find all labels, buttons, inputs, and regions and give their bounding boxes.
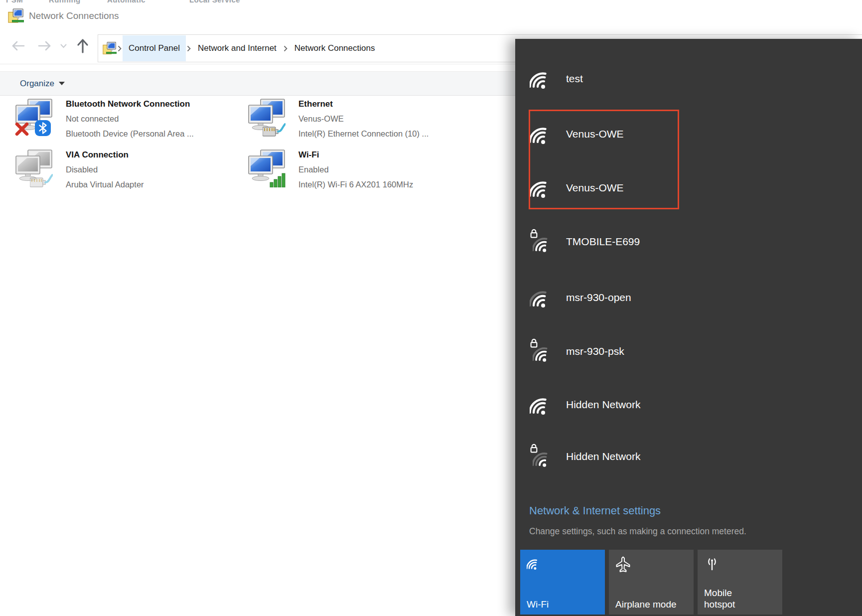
connection-status: Venus-OWE (298, 114, 429, 123)
connection-device: Intel(R) Ethernet Connection (10) ... (298, 129, 429, 138)
network-name: test (566, 73, 583, 85)
wifi-signal-full-icon (529, 174, 554, 201)
connection-item-via[interactable]: VIA Connection Disabled Aruba Virtual Ad… (15, 150, 144, 189)
network-name: TMOBILE-E699 (566, 236, 640, 248)
quick-action-tiles: Wi-Fi Airplane mode Mobile hotspot (520, 550, 782, 615)
wifi-network-flyout: test Venus-OWE Venus-OWE TMOBILE-E699 ms… (515, 39, 862, 616)
wifi-icon (527, 556, 542, 571)
recent-locations-dropdown[interactable] (57, 37, 69, 55)
tile-label: Wi-Fi (527, 599, 549, 611)
network-name: Venus-OWE (566, 128, 624, 140)
disabled-adapter-icon (15, 150, 53, 187)
network-row-msr-930-psk[interactable]: msr-930-psk (515, 338, 808, 364)
wifi-signal-full-icon (529, 65, 554, 92)
connection-status: Disabled (66, 165, 144, 174)
wifi-secured-weak-icon (529, 443, 554, 470)
bluetooth-adapter-icon (15, 99, 53, 137)
organize-label: Organize (20, 79, 54, 89)
network-row-msr-930-open[interactable]: msr-930-open (515, 285, 808, 310)
back-button[interactable] (9, 37, 27, 55)
connection-device: Aruba Virtual Adapter (66, 180, 144, 189)
network-row-tmobile-e699[interactable]: TMOBILE-E699 (515, 229, 808, 255)
organize-button[interactable]: Organize (17, 77, 68, 91)
settings-hint-text: Change settings, such as making a connec… (529, 526, 746, 537)
desktop-screenshot: r SM Running Automatic Local Service Net… (0, 0, 862, 616)
chevron-down-icon (60, 44, 67, 48)
network-name: Hidden Network (566, 399, 640, 411)
breadcrumb-separator-icon (186, 45, 192, 52)
up-button[interactable] (74, 37, 92, 55)
network-internet-settings-link[interactable]: Network & Internet settings (529, 504, 661, 517)
network-row-venus-owe-2[interactable]: Venus-OWE (515, 175, 808, 201)
airplane-mode-tile[interactable]: Airplane mode (609, 550, 694, 615)
network-row-test[interactable]: test (515, 66, 808, 92)
network-name: Hidden Network (566, 451, 640, 462)
tile-label: Airplane mode (615, 599, 677, 611)
connection-device: Bluetooth Device (Personal Area ... (66, 129, 194, 138)
connection-device: Intel(R) Wi-Fi 6 AX201 160MHz (298, 180, 413, 189)
up-arrow-icon (76, 38, 89, 53)
wifi-signal-medium-icon (529, 284, 554, 311)
network-row-venus-owe-1[interactable]: Venus-OWE (515, 121, 808, 147)
connection-status: Enabled (298, 165, 413, 174)
window-title: Network Connections (29, 10, 119, 21)
connection-status: Not connected (66, 114, 194, 123)
connection-name: Wi-Fi (298, 151, 413, 159)
address-location-icon (103, 41, 117, 56)
tile-label: Mobile hotspot (704, 587, 754, 611)
back-arrow-icon (10, 40, 25, 52)
network-connections-icon (8, 7, 24, 24)
clipped-text-fragment: r SM (6, 0, 23, 4)
forward-arrow-icon (37, 40, 52, 52)
breadcrumb-network-connections[interactable]: Network Connections (288, 35, 381, 61)
network-name: msr-930-open (566, 292, 631, 304)
caret-down-icon (59, 82, 65, 86)
network-row-hidden-network-1[interactable]: Hidden Network (515, 392, 808, 418)
network-name: Venus-OWE (566, 182, 624, 194)
wifi-signal-full-icon (529, 121, 554, 148)
airplane-icon (615, 556, 631, 572)
network-name: msr-930-psk (566, 345, 624, 357)
breadcrumb-control-panel[interactable]: Control Panel (123, 35, 186, 61)
breadcrumb-network-and-internet[interactable]: Network and Internet (192, 35, 283, 61)
wifi-secured-medium-icon (529, 228, 554, 255)
clipped-text-fragment: Running (49, 0, 81, 4)
breadcrumb-separator-icon (117, 45, 123, 52)
wifi-adapter-icon (248, 150, 286, 187)
mobile-hotspot-icon (704, 556, 720, 572)
forward-button[interactable] (36, 37, 54, 55)
breadcrumb-separator-icon (283, 45, 288, 52)
network-row-hidden-network-2[interactable]: Hidden Network (515, 444, 808, 469)
wifi-signal-full-icon (529, 391, 554, 418)
clipped-text-fragment: Local Service (189, 0, 240, 4)
window-titlebar: Network Connections (0, 4, 515, 28)
connection-name: VIA Connection (66, 151, 144, 159)
wifi-toggle-tile[interactable]: Wi-Fi (520, 550, 605, 615)
connection-name: Bluetooth Network Connection (66, 100, 194, 108)
ethernet-adapter-icon (248, 99, 286, 137)
mobile-hotspot-tile[interactable]: Mobile hotspot (698, 550, 782, 615)
clipped-text-fragment: Automatic (107, 0, 145, 4)
connection-item-ethernet[interactable]: Ethernet Venus-OWE Intel(R) Ethernet Con… (248, 99, 429, 138)
wifi-secured-medium-icon (529, 338, 554, 365)
background-window-clipped-row: r SM Running Automatic Local Service (0, 0, 513, 4)
connection-item-bluetooth[interactable]: Bluetooth Network Connection Not connect… (15, 99, 194, 138)
connection-item-wifi[interactable]: Wi-Fi Enabled Intel(R) Wi-Fi 6 AX201 160… (248, 150, 413, 189)
connection-name: Ethernet (298, 100, 429, 108)
